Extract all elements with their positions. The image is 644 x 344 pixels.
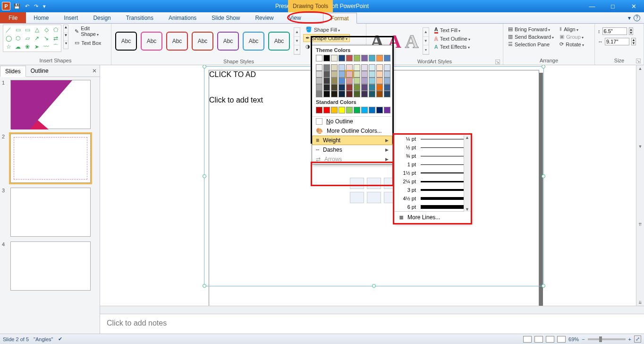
color-swatch[interactable] xyxy=(376,55,383,61)
style-swatch[interactable]: Abc xyxy=(115,32,137,51)
color-swatch[interactable] xyxy=(354,84,360,91)
tab-design[interactable]: Design xyxy=(85,12,118,23)
weight-option[interactable]: 1 pt xyxy=(394,160,471,169)
tab-transitions[interactable]: Transitions xyxy=(119,12,161,23)
color-swatch[interactable] xyxy=(369,64,375,71)
view-slideshow-button[interactable] xyxy=(557,336,566,343)
vertical-scrollbar[interactable]: ▲▼⇈⇊ xyxy=(636,65,644,306)
help-icon[interactable]: ? xyxy=(634,15,640,21)
tab-file[interactable]: File xyxy=(0,12,26,23)
weight-option[interactable]: ¼ pt xyxy=(394,135,471,143)
color-swatch[interactable] xyxy=(369,107,375,113)
slide-thumbnail-selected[interactable] xyxy=(10,134,91,183)
no-outline-item[interactable]: No Outline xyxy=(312,117,392,126)
color-swatch[interactable] xyxy=(376,77,383,84)
shape-styles-gallery[interactable]: Abc Abc Abc Abc Abc Abc Abc ▲▼▾ xyxy=(114,25,301,58)
styles-gallery-more[interactable]: ▲▼▾ xyxy=(294,27,300,55)
close-button[interactable]: ✕ xyxy=(623,0,644,12)
color-swatch[interactable] xyxy=(316,71,322,77)
color-swatch[interactable] xyxy=(376,64,383,71)
maximize-button[interactable]: □ xyxy=(602,0,623,12)
weight-option[interactable]: 2¼ pt xyxy=(394,177,471,186)
color-swatch[interactable] xyxy=(316,84,322,91)
slide-thumbnail[interactable] xyxy=(10,241,91,291)
style-swatch[interactable]: Abc xyxy=(192,32,213,51)
text-effects-button[interactable]: AText Effects xyxy=(432,43,473,51)
slide-thumbnail[interactable] xyxy=(10,188,91,237)
color-swatch[interactable] xyxy=(354,64,360,71)
spellcheck-icon[interactable]: ✔ xyxy=(58,336,62,342)
color-swatch[interactable] xyxy=(354,71,360,77)
thumbnails-list[interactable]: 1 2 3 4 xyxy=(0,77,100,334)
color-swatch[interactable] xyxy=(354,91,360,97)
tab-review[interactable]: Review xyxy=(247,12,281,23)
gallery-scroll-up-icon[interactable]: ▲ xyxy=(64,25,68,33)
color-swatch[interactable] xyxy=(354,55,360,61)
color-swatch[interactable] xyxy=(346,91,353,97)
weight-option[interactable]: 1½ pt xyxy=(394,169,471,177)
color-swatch[interactable] xyxy=(384,55,390,61)
color-swatch[interactable] xyxy=(323,77,330,84)
color-swatch[interactable] xyxy=(369,71,375,77)
color-swatch[interactable] xyxy=(361,64,368,71)
fit-to-window-button[interactable]: ⤢ xyxy=(634,335,641,343)
color-swatch[interactable] xyxy=(384,71,390,77)
style-swatch[interactable]: Abc xyxy=(141,32,162,51)
gallery-scroll-down-icon[interactable]: ▼ xyxy=(64,33,68,41)
spinner-icon[interactable]: ▲▼ xyxy=(629,27,634,35)
text-box-button[interactable]: ▭Text Box xyxy=(72,39,108,47)
minimize-button[interactable]: — xyxy=(582,0,602,12)
color-swatch[interactable] xyxy=(384,107,390,113)
color-swatch[interactable] xyxy=(339,77,345,84)
color-swatch[interactable] xyxy=(361,55,368,61)
tab-format[interactable]: Format xyxy=(323,13,357,24)
view-sorter-button[interactable] xyxy=(534,336,543,343)
ribbon-minimize-icon[interactable]: ▾ xyxy=(628,15,631,21)
redo-icon[interactable]: ↷ xyxy=(33,3,40,9)
color-swatch[interactable] xyxy=(339,91,345,97)
rotate-button[interactable]: ⟳Rotate xyxy=(558,41,586,48)
weight-option[interactable]: ¾ pt xyxy=(394,152,471,160)
color-swatch[interactable] xyxy=(323,84,330,91)
view-normal-button[interactable] xyxy=(523,336,532,343)
tab-slideshow[interactable]: Slide Show xyxy=(204,12,247,23)
color-swatch[interactable] xyxy=(361,71,368,77)
color-swatch[interactable] xyxy=(323,107,330,113)
panel-tab-outline[interactable]: Outline xyxy=(26,66,53,76)
view-reading-button[interactable] xyxy=(546,336,554,343)
qat-customize-icon[interactable]: ▾ xyxy=(42,3,47,9)
more-lines-item[interactable]: ≣More Lines... xyxy=(394,211,471,223)
color-swatch[interactable] xyxy=(376,107,383,113)
spinner-icon[interactable]: ▲▼ xyxy=(631,38,636,45)
style-swatch[interactable]: Abc xyxy=(268,32,290,51)
edit-shape-button[interactable]: ✎Edit Shape xyxy=(72,25,108,38)
powerpoint-app-icon[interactable]: P xyxy=(2,2,10,10)
weight-option[interactable]: 6 pt xyxy=(394,203,471,211)
color-swatch[interactable] xyxy=(316,77,322,84)
color-swatch[interactable] xyxy=(331,84,338,91)
color-swatch[interactable] xyxy=(361,84,368,91)
color-swatch[interactable] xyxy=(361,107,368,113)
color-swatch[interactable] xyxy=(376,71,383,77)
wordart-gallery-more[interactable]: ▲▼▾ xyxy=(423,27,429,55)
text-outline-button[interactable]: AText Outline xyxy=(432,35,473,43)
color-swatch[interactable] xyxy=(346,107,353,113)
color-swatch[interactable] xyxy=(369,84,375,91)
color-swatch[interactable] xyxy=(376,91,383,97)
gallery-more-icon[interactable]: ▾ xyxy=(64,41,68,49)
weight-item[interactable]: ≡Weight▶ xyxy=(312,136,392,145)
color-swatch[interactable] xyxy=(376,84,383,91)
save-icon[interactable]: 💾 xyxy=(12,3,22,9)
panel-tab-slides[interactable]: Slides xyxy=(0,66,26,77)
color-swatch[interactable] xyxy=(323,71,330,77)
style-swatch[interactable]: Abc xyxy=(166,32,188,51)
color-swatch[interactable] xyxy=(339,55,345,61)
style-swatch[interactable]: Abc xyxy=(217,32,239,51)
shapes-gallery[interactable]: ／▭▭△◇⬠ ◯⬡▱↗↘⇄ ☆☁❀➤〰⌒ xyxy=(3,25,61,52)
weight-option[interactable]: ½ pt xyxy=(394,143,471,152)
text-fill-button[interactable]: AText Fill xyxy=(432,26,473,34)
color-swatch[interactable] xyxy=(384,77,390,84)
style-swatch[interactable]: Abc xyxy=(243,32,264,51)
color-swatch[interactable] xyxy=(384,84,390,91)
color-swatch[interactable] xyxy=(323,91,330,97)
